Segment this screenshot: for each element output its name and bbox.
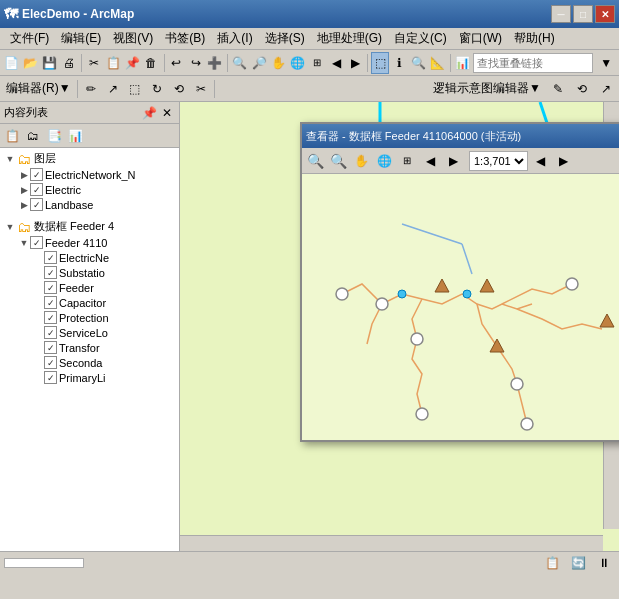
layer-checkbox[interactable]: [30, 198, 43, 211]
toc-close-button[interactable]: ✕: [159, 105, 175, 121]
toc-item-primaryli[interactable]: PrimaryLi: [30, 370, 177, 385]
sub-zoom-out[interactable]: 🔍: [327, 150, 349, 172]
sub-nav-next[interactable]: ▶: [552, 150, 574, 172]
layer-checkbox[interactable]: [30, 183, 43, 196]
map-horizontal-scrollbar[interactable]: [180, 535, 603, 551]
measure-button[interactable]: 📐: [429, 52, 447, 74]
tool-reshape[interactable]: ⟲: [168, 78, 190, 100]
menu-file[interactable]: 文件(F): [4, 28, 55, 49]
menu-view[interactable]: 视图(V): [107, 28, 159, 49]
zoom-out-button[interactable]: 🔎: [250, 52, 268, 74]
map-area[interactable]: 查看器 - 数据框 Feeder 411064000 (非活动) ✕ 🔍 🔍 ✋…: [180, 102, 619, 551]
cut-button[interactable]: ✂: [85, 52, 103, 74]
search-input[interactable]: [473, 53, 593, 73]
toc-item-landbase[interactable]: ▶ Landbase: [16, 197, 177, 212]
close-button[interactable]: ✕: [595, 5, 615, 23]
layer-checkbox[interactable]: [44, 281, 57, 294]
back-extent-button[interactable]: ◀: [327, 52, 345, 74]
toc-group-layers[interactable]: ▼ 🗂 图层: [2, 150, 177, 167]
toc-item-protection[interactable]: Protection: [30, 310, 177, 325]
tool-rotate[interactable]: ↻: [146, 78, 168, 100]
search-go-button[interactable]: ▼: [595, 52, 617, 74]
toc-btn4[interactable]: 📊: [65, 126, 85, 146]
schematic-btn1[interactable]: ✎: [547, 78, 569, 100]
add-data-button[interactable]: ➕: [206, 52, 224, 74]
layer-checkbox[interactable]: [44, 296, 57, 309]
layer-checkbox[interactable]: [30, 168, 43, 181]
minimize-button[interactable]: ─: [551, 5, 571, 23]
toc-item-feeder[interactable]: Feeder: [30, 280, 177, 295]
toc-btn3[interactable]: 📑: [44, 126, 64, 146]
paste-button[interactable]: 📌: [123, 52, 141, 74]
forward-extent-button[interactable]: ▶: [346, 52, 364, 74]
print-button[interactable]: 🖨: [60, 52, 78, 74]
toc-item-servicelo[interactable]: ServiceLo: [30, 325, 177, 340]
status-btn1[interactable]: 📋: [541, 552, 563, 574]
sub-pan[interactable]: ✋: [350, 150, 372, 172]
toc-pin-button[interactable]: 📌: [141, 105, 157, 121]
menu-bookmarks[interactable]: 书签(B): [159, 28, 211, 49]
menu-help[interactable]: 帮助(H): [508, 28, 561, 49]
schematic-btn2[interactable]: ⟲: [571, 78, 593, 100]
identify-button[interactable]: ℹ: [390, 52, 408, 74]
full-extent-button[interactable]: ⊞: [308, 52, 326, 74]
copy-button[interactable]: 📋: [104, 52, 122, 74]
menu-window[interactable]: 窗口(W): [453, 28, 508, 49]
select-button[interactable]: ⬚: [371, 52, 389, 74]
tool-select2[interactable]: ⬚: [124, 78, 146, 100]
layer-checkbox[interactable]: [30, 236, 43, 249]
layer-checkbox[interactable]: [44, 251, 57, 264]
sub-globe[interactable]: 🌐: [373, 150, 395, 172]
schematic-btn3[interactable]: ↗: [595, 78, 617, 100]
toc-item-electricnetwork[interactable]: ▶ ElectricNetwork_N: [16, 167, 177, 182]
redo-button[interactable]: ↪: [187, 52, 205, 74]
layer-checkbox[interactable]: [44, 266, 57, 279]
zoom-in-button[interactable]: 🔍: [231, 52, 249, 74]
menu-insert[interactable]: 插入(I): [211, 28, 258, 49]
layer-checkbox[interactable]: [44, 326, 57, 339]
sub-forward[interactable]: ▶: [442, 150, 464, 172]
menu-geoprocessing[interactable]: 地理处理(G): [311, 28, 388, 49]
new-button[interactable]: 📄: [2, 52, 20, 74]
toc-item-electric[interactable]: ▶ Electric: [16, 182, 177, 197]
toc-group-feeder4[interactable]: ▼ 🗂 数据框 Feeder 4: [2, 218, 177, 235]
globe-button[interactable]: 🌐: [289, 52, 307, 74]
delete-button[interactable]: 🗑: [142, 52, 160, 74]
layer-checkbox[interactable]: [44, 356, 57, 369]
undo-button[interactable]: ↩: [167, 52, 185, 74]
toc-item-transformer[interactable]: Transfor: [30, 340, 177, 355]
toc-item-secondary[interactable]: Seconda: [30, 355, 177, 370]
sub-back[interactable]: ◀: [419, 150, 441, 172]
editor-dropdown[interactable]: 编辑器(R)▼: [2, 80, 75, 97]
layer-checkbox[interactable]: [44, 311, 57, 324]
menu-customize[interactable]: 自定义(C): [388, 28, 453, 49]
tool-pencil[interactable]: ✏: [80, 78, 102, 100]
horizontal-scroll[interactable]: [4, 558, 84, 568]
toc-item-substation[interactable]: Substatio: [30, 265, 177, 280]
status-btn3[interactable]: ⏸: [593, 552, 615, 574]
layer-checkbox[interactable]: [44, 371, 57, 384]
sub-nav-prev[interactable]: ◀: [529, 150, 551, 172]
menu-edit[interactable]: 编辑(E): [55, 28, 107, 49]
schematic-editor-dropdown[interactable]: 逻辑示意图编辑器▼: [429, 80, 545, 97]
sub-full-extent[interactable]: ⊞: [396, 150, 418, 172]
find-button[interactable]: 🔍: [410, 52, 428, 74]
status-btn2[interactable]: 🔄: [567, 552, 589, 574]
tool-split[interactable]: ✂: [190, 78, 212, 100]
toc-btn2[interactable]: 🗂: [23, 126, 43, 146]
graph-button[interactable]: 📊: [454, 52, 472, 74]
maximize-button[interactable]: □: [573, 5, 593, 23]
toc-item-capacitor[interactable]: Capacitor: [30, 295, 177, 310]
sub-window-map[interactable]: [302, 174, 619, 440]
pan-button[interactable]: ✋: [269, 52, 287, 74]
menu-select[interactable]: 选择(S): [259, 28, 311, 49]
layer-checkbox[interactable]: [44, 341, 57, 354]
open-button[interactable]: 📂: [21, 52, 39, 74]
save-button[interactable]: 💾: [40, 52, 58, 74]
toc-item-feeder4110[interactable]: ▼ Feeder 4110: [16, 235, 177, 250]
toc-item-electricne[interactable]: ElectricNe: [30, 250, 177, 265]
toc-btn1[interactable]: 📋: [2, 126, 22, 146]
scale-select[interactable]: 1:3,701: [469, 151, 528, 171]
tool-move[interactable]: ↗: [102, 78, 124, 100]
sub-zoom-in[interactable]: 🔍: [304, 150, 326, 172]
